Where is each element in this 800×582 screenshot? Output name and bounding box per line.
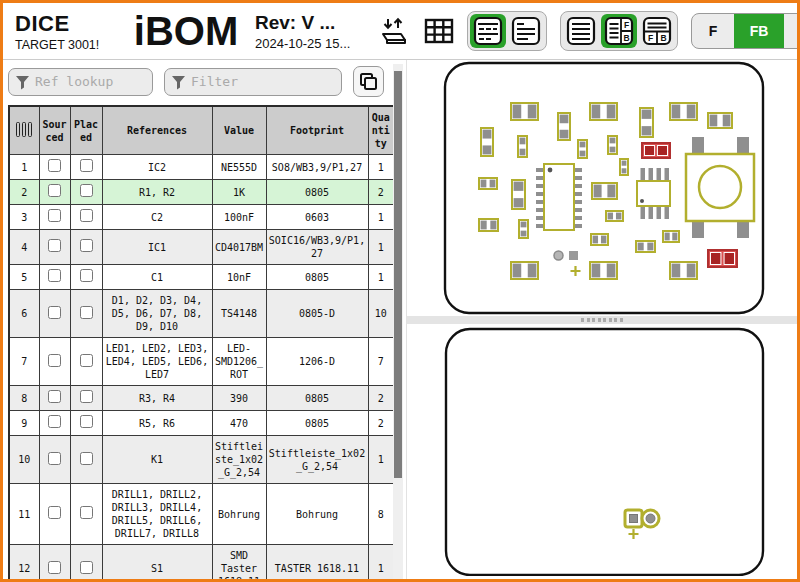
references-cell: K1 — [102, 436, 212, 484]
bom-row[interactable]: 10K1Stiftleiste_1x02_G_2,54Stiftleiste_1… — [9, 436, 394, 484]
funnel-icon — [171, 75, 186, 90]
row-number: 12 — [9, 545, 39, 580]
placed-checkbox — [70, 484, 102, 545]
column-references[interactable]: References — [102, 106, 212, 155]
footprint-cell: Bohrung — [266, 484, 368, 545]
ref-lookup-field — [8, 68, 153, 96]
sourced-checkbox[interactable] — [48, 354, 61, 367]
placed-checkbox[interactable] — [80, 452, 93, 465]
canvas-fb-vertical-button[interactable]: F B — [601, 14, 637, 48]
sourced-checkbox[interactable] — [48, 159, 61, 172]
bom-grid-icon[interactable] — [424, 18, 454, 44]
sourced-checkbox — [39, 290, 70, 338]
sourced-checkbox[interactable] — [48, 184, 61, 197]
bom-row[interactable]: 2R1, R21K08052 — [9, 180, 394, 205]
column-placed[interactable]: Placed — [70, 106, 102, 155]
sourced-checkbox[interactable] — [48, 561, 61, 574]
value-cell: LED-SMD1206_ROT — [212, 338, 266, 386]
bom-scrollbar[interactable] — [393, 64, 403, 579]
column-sourced[interactable]: Sourced — [39, 106, 70, 155]
references-cell: D1, D2, D3, D4, D5, D6, D7, D8, D9, D10 — [102, 290, 212, 338]
canvas-splitter[interactable] — [407, 316, 797, 324]
value-cell: Stiftleiste_1x02_G_2,54 — [212, 436, 266, 484]
placed-checkbox — [70, 155, 102, 180]
bom-row[interactable]: 12S1SMD Taster 1618.11TASTER 1618.111 — [9, 545, 394, 580]
placed-checkbox[interactable] — [80, 159, 93, 172]
layer-front-button[interactable]: F — [692, 14, 734, 48]
sourced-checkbox[interactable] — [48, 452, 61, 465]
layout-rows-button[interactable] — [470, 14, 506, 48]
column-footprint[interactable]: Footprint — [266, 106, 368, 155]
bom-scrollbar-thumb[interactable] — [394, 71, 402, 478]
column-value[interactable]: Value — [212, 106, 266, 155]
header: DICE TARGET 3001! iBOM Rev: V ... 2024-1… — [3, 3, 797, 60]
sourced-checkbox — [39, 230, 70, 265]
footprint-cell: 0805 — [266, 386, 368, 411]
references-cell: R1, R2 — [102, 180, 212, 205]
placed-checkbox[interactable] — [80, 209, 93, 222]
save-settings-icon[interactable] — [379, 15, 411, 47]
row-number: 2 — [9, 180, 39, 205]
placed-checkbox[interactable] — [80, 390, 93, 403]
placed-checkbox[interactable] — [80, 354, 93, 367]
placed-checkbox[interactable] — [80, 239, 93, 252]
placed-checkbox — [70, 180, 102, 205]
header-row: SourcedPlacedReferencesValueFootprintQua… — [9, 106, 394, 155]
value-cell: 1K — [212, 180, 266, 205]
footprint-cell: SOIC16/WB3,9/P1,27 — [266, 230, 368, 265]
filter-input[interactable] — [164, 68, 342, 96]
bom-row[interactable]: 6D1, D2, D3, D4, D5, D6, D7, D8, D9, D10… — [9, 290, 394, 338]
placed-checkbox[interactable] — [80, 415, 93, 428]
placed-checkbox[interactable] — [80, 269, 93, 282]
references-cell: LED1, LED2, LED3, LED4, LED5, LED6, LED7 — [102, 338, 212, 386]
copy-table-button[interactable] — [353, 66, 384, 97]
sourced-checkbox[interactable] — [48, 506, 61, 519]
sourced-checkbox[interactable] — [48, 415, 61, 428]
checkbox-column-icon — [16, 122, 32, 137]
bom-row[interactable]: 3C2100nF06031 — [9, 205, 394, 230]
column-quantity[interactable]: Quantity — [368, 106, 394, 155]
canvas-fb-horizontal-button[interactable]: F B — [639, 14, 675, 48]
sourced-checkbox[interactable] — [48, 390, 61, 403]
placed-checkbox[interactable] — [80, 184, 93, 197]
sourced-checkbox — [39, 484, 70, 545]
sourced-checkbox — [39, 265, 70, 290]
sourced-checkbox[interactable] — [48, 209, 61, 222]
sourced-checkbox — [39, 180, 70, 205]
bom-row[interactable]: 7LED1, LED2, LED3, LED4, LED5, LED6, LED… — [9, 338, 394, 386]
sourced-checkbox — [39, 411, 70, 436]
layer-view-toggle: F FB B — [691, 13, 800, 49]
canvas-bom-only-button[interactable] — [563, 14, 599, 48]
funnel-icon — [15, 75, 30, 90]
quantity-cell: 1 — [368, 265, 394, 290]
footprint-cell: 0805 — [266, 411, 368, 436]
placed-checkbox — [70, 545, 102, 580]
placed-checkbox[interactable] — [80, 306, 93, 319]
layer-front-back-button[interactable]: FB — [734, 14, 784, 48]
footprint-cell: 0805 — [266, 180, 368, 205]
bom-row[interactable]: 5C110nF08051 — [9, 265, 394, 290]
back-canvas[interactable] — [407, 324, 797, 580]
layer-back-button[interactable]: B — [784, 14, 800, 48]
bom-row[interactable]: 8R3, R439008052 — [9, 386, 394, 411]
references-cell: C2 — [102, 205, 212, 230]
quantity-cell: 1 — [368, 155, 394, 180]
row-number: 8 — [9, 386, 39, 411]
bom-row[interactable]: 1IC2NE555DSO8/WB3,9/P1,271 — [9, 155, 394, 180]
column-checkboxes[interactable] — [9, 106, 39, 155]
bom-row[interactable]: 4IC1CD4017BMSOIC16/WB3,9/P1,271 — [9, 230, 394, 265]
references-cell: IC2 — [102, 155, 212, 180]
front-canvas[interactable] — [407, 60, 797, 316]
sourced-checkbox[interactable] — [48, 239, 61, 252]
sourced-checkbox[interactable] — [48, 269, 61, 282]
footprint-cell: 0603 — [266, 205, 368, 230]
placed-checkbox[interactable] — [80, 561, 93, 574]
layout-list-button[interactable] — [508, 14, 544, 48]
quantity-cell: 1 — [368, 545, 394, 580]
bom-row[interactable]: 9R5, R647008052 — [9, 411, 394, 436]
sourced-checkbox[interactable] — [48, 306, 61, 319]
copy-icon — [359, 72, 378, 91]
bom-row[interactable]: 11DRILL1, DRILL2, DRILL3, DRILL4, DRILL5… — [9, 484, 394, 545]
placed-checkbox[interactable] — [80, 506, 93, 519]
ibom-app: DICE TARGET 3001! iBOM Rev: V ... 2024-1… — [0, 0, 800, 582]
